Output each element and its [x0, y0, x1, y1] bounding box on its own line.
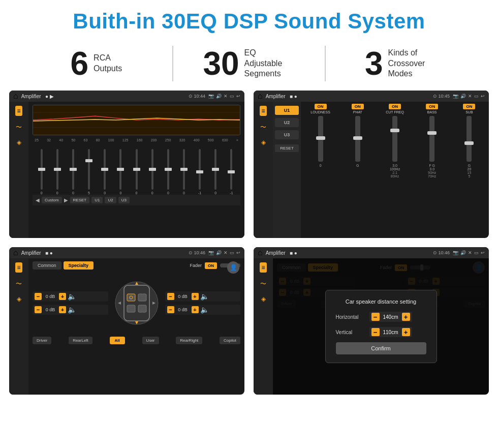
dialog-horizontal-minus[interactable]: −	[371, 313, 380, 321]
amp2-u2-preset[interactable]: U2	[275, 118, 299, 127]
amp2-u1-preset[interactable]: U1	[275, 106, 299, 115]
amp2-reset-btn[interactable]: RESET	[275, 144, 299, 152]
amp2-loudness-on[interactable]: ON	[315, 104, 327, 109]
home-icon[interactable]: ⌂	[13, 92, 18, 101]
amp2-minimize-icon[interactable]: ▭	[474, 94, 479, 99]
spk-bl-minus[interactable]: −	[35, 306, 42, 313]
spk-tl-plus[interactable]: +	[59, 293, 66, 300]
eq-slider-2[interactable]: 0	[49, 149, 65, 195]
dist-close-icon[interactable]: ✕	[468, 250, 472, 255]
spk-tr-minus[interactable]: −	[167, 293, 174, 300]
eq-slider-3[interactable]: 0	[65, 149, 81, 195]
dist-sidebar-icon-3[interactable]: ◈	[261, 295, 266, 303]
spk-tr-plus[interactable]: +	[192, 293, 199, 300]
eq-slider-4[interactable]: 5	[81, 149, 97, 195]
dialog-vertical-label: Vertical	[336, 330, 366, 335]
confirm-button[interactable]: Confirm	[336, 342, 426, 354]
dist-home-icon[interactable]: ⌂	[258, 248, 263, 257]
amp2-back-icon[interactable]: ↩	[481, 94, 485, 99]
eq-u2-btn[interactable]: U2	[105, 197, 116, 203]
spk-fader-on-btn[interactable]: ON	[205, 262, 217, 269]
eq-slider-10[interactable]: 0	[176, 149, 192, 195]
spk-user-btn[interactable]: User	[142, 337, 159, 344]
spk-status-time: ⊙ 10:46	[189, 250, 205, 255]
freq-32: 32	[47, 138, 51, 142]
spk-tl-minus[interactable]: −	[35, 293, 42, 300]
stats-row: 6 RCAOutputs 30 EQ AdjustableSegments 3 …	[0, 41, 498, 91]
amp2-sidebar-icon-3[interactable]: ◈	[261, 139, 266, 146]
spk-screen: ⌂ Amplifier ■ ● ⊙ 10:46 📷 🔊 ✕ ▭ ↩ ≡ 〜 ◈ …	[9, 247, 244, 395]
eq-slider-9[interactable]: 0	[160, 149, 176, 195]
amp2-home-icon[interactable]: ⌂	[258, 92, 263, 101]
eq-u1-btn[interactable]: U1	[91, 197, 103, 203]
eq-slider-5[interactable]: 0	[97, 149, 113, 195]
amp2-close-icon[interactable]: ✕	[468, 94, 472, 99]
eq-next-arrow[interactable]: ▶	[64, 197, 68, 203]
stat-number-3: 3	[365, 47, 383, 80]
spk-minimize-icon[interactable]: ▭	[230, 250, 234, 255]
spk-tab-specialty[interactable]: Specialty	[64, 261, 94, 270]
spk-rearright-btn[interactable]: RearRight	[176, 337, 202, 344]
eq-sidebar-icon-1[interactable]: ≡	[15, 106, 22, 116]
amp2-sub-on[interactable]: ON	[463, 104, 475, 109]
eq-reset-btn[interactable]: RESET	[70, 197, 90, 203]
spk-sidebar-icon-1[interactable]: ≡	[15, 262, 22, 273]
eq-prev-arrow[interactable]: ◀	[36, 197, 40, 203]
freq-more[interactable]: »	[236, 138, 238, 142]
spk-sidebar-icon-3[interactable]: ◈	[17, 295, 21, 303]
spk-back-icon[interactable]: ↩	[236, 250, 240, 255]
spk-home-icon[interactable]: ⌂	[13, 248, 18, 257]
dist-sidebar-icon-2[interactable]: 〜	[260, 280, 266, 288]
spk-br-minus[interactable]: −	[167, 306, 174, 313]
spk-bottom-left-ctrl[interactable]: − 0 dB + 🔈	[33, 305, 108, 315]
spk-tab-common[interactable]: Common	[33, 261, 61, 270]
spk-driver-btn[interactable]: Driver	[33, 337, 51, 344]
eq-sidebar-icon-2[interactable]: 〜	[16, 123, 22, 132]
amp2-controls-row: ON LOUDNESS 0 ON PHAT G	[304, 104, 486, 178]
dialog-horizontal-plus[interactable]: +	[402, 313, 410, 321]
spk-sidebar-icon-2[interactable]: 〜	[16, 280, 22, 288]
eq-slider-12[interactable]: 0	[208, 149, 224, 195]
amp2-sidebar-icon-1[interactable]: ≡	[260, 106, 266, 116]
spk-top-right-ctrl[interactable]: − 0 dB + 🔈	[165, 291, 241, 302]
eq-slider-11[interactable]: -1	[192, 149, 208, 195]
dialog-vertical-plus[interactable]: +	[402, 328, 410, 336]
close-icon[interactable]: ✕	[224, 94, 228, 99]
amp2-sidebar-icon-2[interactable]: 〜	[260, 123, 266, 132]
spk-bl-plus[interactable]: +	[59, 306, 66, 313]
dist-back-icon[interactable]: ↩	[481, 250, 485, 255]
spk-all-btn[interactable]: All	[110, 337, 125, 344]
eq-slider-6[interactable]: 0	[113, 149, 129, 195]
eq-sidebar: ≡ 〜 ◈	[9, 102, 28, 238]
dialog-vertical-minus[interactable]: −	[371, 328, 380, 336]
eq-custom-btn[interactable]: Custom	[42, 197, 62, 203]
back-icon[interactable]: ↩	[236, 94, 240, 99]
minimize-icon[interactable]: ▭	[230, 94, 234, 99]
spk-top-left-ctrl[interactable]: − 0 dB + 🔈	[33, 291, 108, 302]
amp2-status-title: Amplifier ■ ●	[266, 94, 430, 99]
spk-rearleft-btn[interactable]: RearLeft	[69, 337, 92, 344]
eq-slider-1[interactable]: 0	[34, 149, 49, 195]
spk-fader-label: Fader	[190, 263, 202, 268]
amp2-phat-on[interactable]: ON	[352, 104, 364, 109]
amp2-u3-preset[interactable]: U3	[275, 130, 299, 139]
dialog-horizontal-value: 140cm	[382, 314, 400, 320]
amp2-bass-on[interactable]: ON	[426, 104, 438, 109]
eq-slider-7[interactable]: 0	[129, 149, 144, 195]
screens-grid: ⌂ Amplifier ● ▶ ⊙ 10:44 📷 🔊 ✕ ▭ ↩ ≡ 〜 ◈	[0, 91, 498, 400]
spk-br-plus[interactable]: +	[192, 306, 199, 313]
spk-bottom-right-ctrl[interactable]: − 0 dB + 🔈	[165, 305, 241, 315]
spk-close-icon[interactable]: ✕	[224, 250, 228, 255]
camera-icon: 📷	[208, 94, 214, 99]
dist-minimize-icon[interactable]: ▭	[474, 250, 479, 255]
amp2-cutfreq-on[interactable]: ON	[389, 104, 401, 109]
spk-copilot-btn[interactable]: Copilot	[220, 337, 240, 344]
eq-sidebar-icon-3[interactable]: ◈	[17, 139, 21, 146]
dist-sidebar-icon-1[interactable]: ≡	[260, 262, 266, 273]
spk-status-title: Amplifier ■ ●	[21, 250, 185, 256]
eq-u3-btn[interactable]: U3	[118, 197, 130, 203]
eq-slider-8[interactable]: 0	[144, 149, 160, 195]
distance-dialog-overlay: Car speaker distance setting Horizontal …	[273, 258, 489, 395]
eq-slider-13[interactable]: -1	[224, 149, 239, 195]
spk-avatar-icon[interactable]: 👤	[227, 261, 239, 274]
